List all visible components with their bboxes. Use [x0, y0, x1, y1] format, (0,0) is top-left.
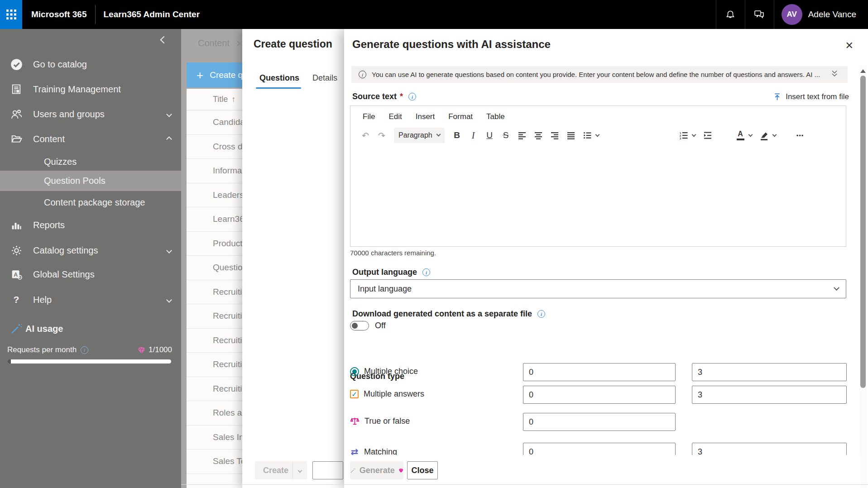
app-title[interactable]: Learn365 Admin Center — [103, 10, 200, 19]
notifications-button[interactable] — [716, 0, 745, 29]
sidebar-item-content[interactable]: Content — [0, 129, 181, 149]
chevron-down-icon — [298, 468, 302, 473]
source-text-input-area[interactable] — [351, 148, 845, 246]
sidebar-item-reports[interactable]: Reports — [0, 215, 181, 235]
strikethrough-icon[interactable]: S — [500, 129, 512, 142]
multiple-answers-answers-input[interactable] — [692, 386, 847, 404]
requests-value: 1/1000 — [149, 345, 172, 354]
requests-progress-bar — [7, 359, 171, 364]
sidebar-item-users-and-groups[interactable]: Users and groups — [0, 104, 181, 124]
highlight-color-icon[interactable] — [758, 129, 770, 142]
tab-questions[interactable]: Questions — [259, 73, 299, 83]
menu-file[interactable]: File — [363, 112, 375, 121]
tab-details[interactable]: Details — [312, 73, 337, 83]
sidebar-item-quizzes[interactable]: Quizzes — [0, 152, 181, 172]
align-center-icon[interactable] — [532, 129, 544, 142]
insert-text-from-file-button[interactable]: Insert text from file — [773, 92, 849, 101]
underline-icon[interactable]: U — [484, 129, 495, 142]
question-row-multiple-answers: ✓ Multiple answers — [350, 386, 847, 404]
gem-icon — [398, 467, 403, 474]
modal-scrollbar[interactable] — [859, 66, 867, 488]
sidebar-collapse-button[interactable] — [161, 36, 174, 49]
download-toggle[interactable] — [350, 321, 369, 330]
scroll-up-arrow-icon[interactable] — [860, 69, 866, 73]
panel-secondary-button[interactable] — [312, 461, 343, 479]
create-split-dropdown[interactable] — [293, 461, 307, 479]
text-color-icon[interactable]: A — [734, 129, 746, 142]
menu-table[interactable]: Table — [486, 112, 505, 121]
active-tab-indicator — [256, 87, 301, 89]
close-button[interactable]: Close — [407, 461, 438, 479]
info-icon[interactable]: i — [422, 268, 430, 276]
italic-icon[interactable]: I — [467, 129, 479, 142]
magic-wand-icon — [10, 322, 23, 335]
chevron-down-icon[interactable] — [692, 133, 696, 137]
numbered-list-icon[interactable]: 123 — [678, 129, 690, 142]
undo-icon[interactable]: ↶ — [360, 129, 371, 142]
multiple-answers-questions-input[interactable] — [523, 386, 676, 404]
bold-icon[interactable]: B — [451, 129, 463, 142]
breadcrumb[interactable]: Content — [198, 38, 240, 48]
characters-remaining: 70000 characters remaining. — [350, 249, 436, 257]
bottom-divider — [181, 484, 868, 485]
create-button[interactable]: Create — [255, 461, 307, 479]
account-menu[interactable]: AV Adele Vance — [774, 0, 868, 29]
output-language-dropdown[interactable]: Input language — [350, 279, 846, 298]
sidebar-item-question-pools[interactable]: Question Pools — [0, 171, 181, 191]
ai-info-banner: i You can use AI to generate questions b… — [351, 66, 848, 83]
question-row-multiple-choice: Multiple choice — [350, 363, 847, 381]
multiple-answers-icon: ✓ — [350, 390, 359, 398]
plus-icon: + — [197, 69, 203, 81]
svg-text:A: A — [14, 271, 18, 277]
sidebar-item-catalog-settings[interactable]: Catalog settings — [0, 240, 181, 260]
sidebar-item-content-package-storage[interactable]: Content package storage — [0, 192, 181, 212]
avatar[interactable]: AV — [782, 4, 802, 25]
breadcrumb-chevron-icon — [235, 41, 240, 46]
panel-title: Create question — [254, 38, 332, 50]
menu-insert[interactable]: Insert — [416, 112, 435, 121]
sidebar-item-global-settings[interactable]: A Global Settings — [0, 264, 181, 284]
true-false-questions-input[interactable] — [523, 413, 676, 431]
close-icon[interactable]: ✕ — [845, 41, 854, 51]
feedback-button[interactable] — [745, 0, 774, 29]
multiple-choice-questions-input[interactable] — [523, 363, 676, 381]
menu-edit[interactable]: Edit — [388, 112, 402, 121]
expand-banner-button[interactable] — [830, 70, 839, 79]
chevron-down-icon[interactable] — [748, 133, 753, 137]
multiple-choice-answers-input[interactable] — [692, 363, 847, 381]
magic-wand-icon — [350, 466, 356, 475]
sidebar-item-ai-usage[interactable]: AI usage — [0, 319, 181, 339]
rich-text-editor: File Edit Insert Format Table ↶ ↷ Paragr… — [350, 105, 846, 247]
admin-settings-icon: A — [10, 268, 23, 281]
check-circle-icon — [10, 58, 23, 71]
sidebar-item-training-management[interactable]: Training Management — [0, 79, 181, 99]
info-icon[interactable]: i — [81, 346, 88, 354]
chevron-down-icon[interactable] — [595, 133, 600, 137]
sidebar-item-go-to-catalog[interactable]: Go to catalog — [0, 54, 181, 74]
more-toolbar-options-icon[interactable]: ••• — [794, 129, 806, 142]
align-left-icon[interactable] — [516, 129, 528, 142]
menu-format[interactable]: Format — [448, 112, 473, 121]
indent-icon[interactable] — [702, 129, 714, 142]
info-icon[interactable]: i — [408, 93, 416, 100]
sidebar-item-help[interactable]: ? Help — [0, 290, 181, 310]
bullet-list-icon[interactable] — [581, 129, 593, 142]
banner-text: You can use AI to generate questions bas… — [372, 71, 825, 78]
app-launcher-button[interactable] — [0, 0, 22, 29]
generate-button[interactable]: Generate — [350, 461, 403, 479]
paragraph-style-dropdown[interactable]: Paragraph — [394, 128, 445, 143]
required-asterisk: * — [400, 92, 403, 101]
chevron-down-icon[interactable] — [772, 133, 777, 137]
upload-icon — [773, 92, 782, 101]
justify-icon[interactable] — [565, 129, 577, 142]
align-right-icon[interactable] — [549, 129, 561, 142]
sort-ascending-icon: ↑ — [231, 95, 235, 104]
topbar-right: AV Adele Vance — [716, 0, 868, 29]
output-language-label: Output language i — [352, 268, 430, 277]
ms365-brand[interactable]: Microsoft 365 — [31, 10, 86, 19]
info-icon[interactable]: i — [537, 310, 545, 318]
chevron-down-icon — [166, 297, 172, 303]
redo-icon[interactable]: ↷ — [376, 129, 388, 142]
scrollbar-thumb[interactable] — [860, 76, 866, 388]
source-text-label: Source text* i — [352, 92, 416, 101]
